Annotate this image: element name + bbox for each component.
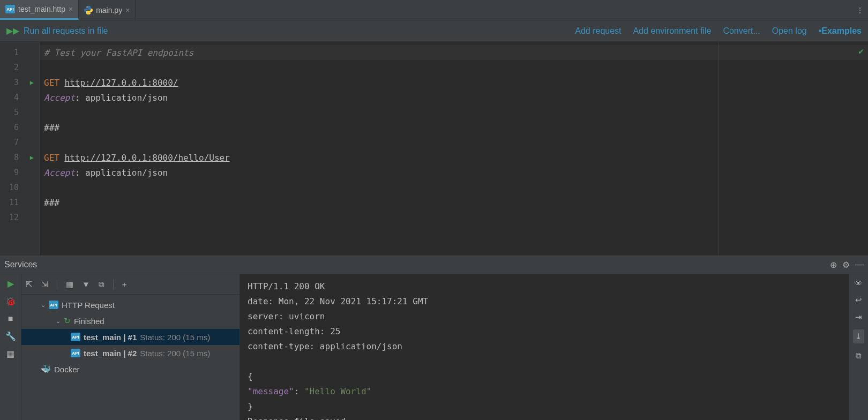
inspection-ok-icon[interactable]: ✔ <box>858 46 864 56</box>
tree-finished[interactable]: ⌄ ↻ Finished <box>21 313 240 329</box>
api-icon: API <box>49 301 58 309</box>
download-icon[interactable]: ⤓ <box>853 329 864 343</box>
minimize-icon[interactable]: — <box>855 260 864 269</box>
layout-icon[interactable]: ▦ <box>6 349 14 359</box>
response-viewer[interactable]: HTTP/1.1 200 OK date: Mon, 22 Nov 2021 1… <box>240 274 849 420</box>
wrench-icon[interactable]: 🔧 <box>5 331 16 341</box>
response-right-toolbar: 👁 ↩ ⇥ ⤓ ⧉ <box>849 274 868 420</box>
bug-icon[interactable]: 🐞 <box>5 296 16 306</box>
svg-point-1 <box>89 13 91 14</box>
python-icon <box>84 6 93 14</box>
response-saved: Response file saved. <box>248 414 849 420</box>
tab-label: main.py <box>96 6 122 14</box>
target-icon[interactable]: ⊕ <box>830 260 837 270</box>
line-number: 1 <box>14 48 19 57</box>
http-header-value: application/json <box>85 93 168 103</box>
services-header: Services ⊕ ⚙ — <box>0 255 868 274</box>
grid-icon[interactable]: ▦ <box>66 280 73 289</box>
add-request-button[interactable]: Add request <box>575 26 621 36</box>
response-body: { <box>248 369 849 384</box>
stop-icon[interactable]: ■ <box>8 314 13 324</box>
api-icon: API <box>5 5 15 13</box>
convert-button[interactable]: Convert... <box>723 26 760 36</box>
svg-point-0 <box>87 6 88 8</box>
open-log-button[interactable]: Open log <box>772 26 807 36</box>
code-area[interactable]: # Test your FastAPI endpoints GET http:/… <box>40 42 868 255</box>
editor: 1 2 3▶ 4 5 6 7 8▶ 9 10 11 12 # Test your… <box>0 42 868 255</box>
http-header: Accept <box>44 93 75 103</box>
line-number: 9 <box>14 168 19 177</box>
chevron-down-icon[interactable]: ⌄ <box>41 302 46 309</box>
tree-docker[interactable]: 🐳 Docker <box>21 361 240 377</box>
response-header: date: Mon, 22 Nov 2021 15:17:21 GMT <box>248 294 849 309</box>
run-gutter-icon[interactable]: ▶ <box>30 79 34 86</box>
line-number: 6 <box>14 123 19 132</box>
http-method: GET <box>44 153 59 163</box>
editor-tabs: API test_main.http × main.py × ⋮ <box>0 0 868 20</box>
run-gutter-icon[interactable]: ▶ <box>30 154 34 161</box>
http-method: GET <box>44 78 59 88</box>
services-tree: ⇱ ⇲ ▦ ▼ ⧉ + ⌄ API HTTP Request ⌄ ↻ Finis… <box>21 274 240 420</box>
run-all-label: Run all requests in file <box>24 26 108 36</box>
line-number: 8 <box>14 153 19 162</box>
response-header: content-type: application/json <box>248 339 849 354</box>
eye-icon[interactable]: 👁 <box>855 279 863 288</box>
line-number: 7 <box>14 138 19 147</box>
gear-icon[interactable]: ⚙ <box>842 260 850 270</box>
response-header: content-length: 25 <box>248 324 849 339</box>
chevron-down-icon[interactable]: ⌄ <box>56 318 61 325</box>
separator: ### <box>44 123 59 133</box>
line-number: 5 <box>14 108 19 117</box>
right-margin-line <box>718 42 719 255</box>
response-body: "message": "Hello World" <box>248 384 849 399</box>
services-title: Services <box>4 260 37 269</box>
run-all-button[interactable]: ▶▶ Run all requests in file <box>6 26 108 36</box>
plus-icon[interactable]: + <box>122 280 127 289</box>
response-header: server: uvicorn <box>248 309 849 324</box>
services-body: ▶ 🐞 ■ 🔧 ▦ ⇱ ⇲ ▦ ▼ ⧉ + ⌄ API HTTP Request… <box>0 274 868 420</box>
tree-run-1[interactable]: API test_main | #1 Status: 200 (15 ms) <box>21 329 240 345</box>
line-number: 2 <box>14 63 19 72</box>
line-number: 4 <box>14 93 19 102</box>
copy-icon[interactable]: ⧉ <box>856 351 862 361</box>
code-comment: # Test your FastAPI endpoints <box>44 48 193 58</box>
examples-button[interactable]: •Examples <box>819 26 862 36</box>
tabs-menu-icon[interactable]: ⋮ <box>852 0 868 20</box>
line-number: 3 <box>14 78 19 87</box>
run-icon[interactable]: ▶ <box>8 279 14 289</box>
line-number: 10 <box>9 183 19 192</box>
close-icon[interactable]: × <box>125 6 130 14</box>
refresh-icon: ↻ <box>64 316 71 326</box>
response-body: } <box>248 399 849 414</box>
action-bar: ▶▶ Run all requests in file Add request … <box>0 20 868 42</box>
tree-http-request[interactable]: ⌄ API HTTP Request <box>21 297 240 313</box>
tab-test-main-http[interactable]: API test_main.http × <box>0 0 79 20</box>
docker-icon: 🐳 <box>41 364 51 374</box>
add-env-button[interactable]: Add environment file <box>633 26 712 36</box>
separator: ### <box>44 198 59 208</box>
gutter: 1 2 3▶ 4 5 6 7 8▶ 9 10 11 12 <box>0 42 40 255</box>
tree-toolbar: ⇱ ⇲ ▦ ▼ ⧉ + <box>21 274 240 295</box>
wrap-icon[interactable]: ↩ <box>855 295 862 305</box>
tree-run-2[interactable]: API test_main | #2 Status: 200 (15 ms) <box>21 345 240 361</box>
tab-main-py[interactable]: main.py × <box>79 0 136 20</box>
services-left-toolbar: ▶ 🐞 ■ 🔧 ▦ <box>0 274 21 420</box>
collapse-icon[interactable]: ⇲ <box>41 280 48 289</box>
http-header: Accept <box>44 168 75 178</box>
api-icon: API <box>71 349 80 357</box>
http-url: http://127.0.0.1:8000/hello/User <box>65 153 230 163</box>
filter-icon[interactable]: ▼ <box>82 280 90 289</box>
tab-label: test_main.http <box>18 5 65 13</box>
scroll-icon[interactable]: ⇥ <box>855 312 862 322</box>
add-config-icon[interactable]: ⧉ <box>99 280 104 289</box>
http-header-value: application/json <box>85 168 168 178</box>
close-icon[interactable]: × <box>69 5 73 13</box>
line-number: 11 <box>9 198 19 207</box>
http-url: http://127.0.0.1:8000/ <box>65 78 178 88</box>
line-number: 12 <box>9 213 19 222</box>
play-icon: ▶▶ <box>6 26 19 36</box>
api-icon: API <box>71 333 80 341</box>
expand-icon[interactable]: ⇱ <box>26 280 33 289</box>
response-status: HTTP/1.1 200 OK <box>248 279 849 294</box>
